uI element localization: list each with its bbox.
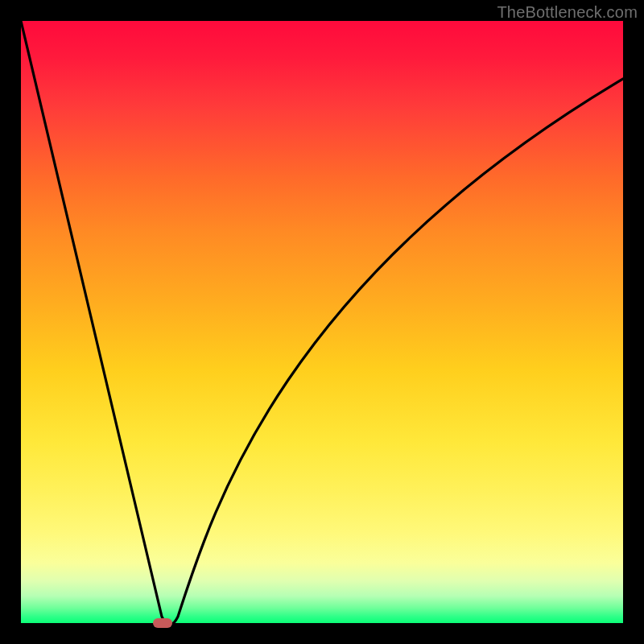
curve-path xyxy=(21,21,623,623)
watermark-text: TheBottleneck.com xyxy=(497,3,638,22)
minimum-marker xyxy=(153,618,172,628)
chart-frame: TheBottleneck.com xyxy=(0,0,644,644)
plot-area xyxy=(21,21,623,623)
bottleneck-curve xyxy=(21,21,623,623)
